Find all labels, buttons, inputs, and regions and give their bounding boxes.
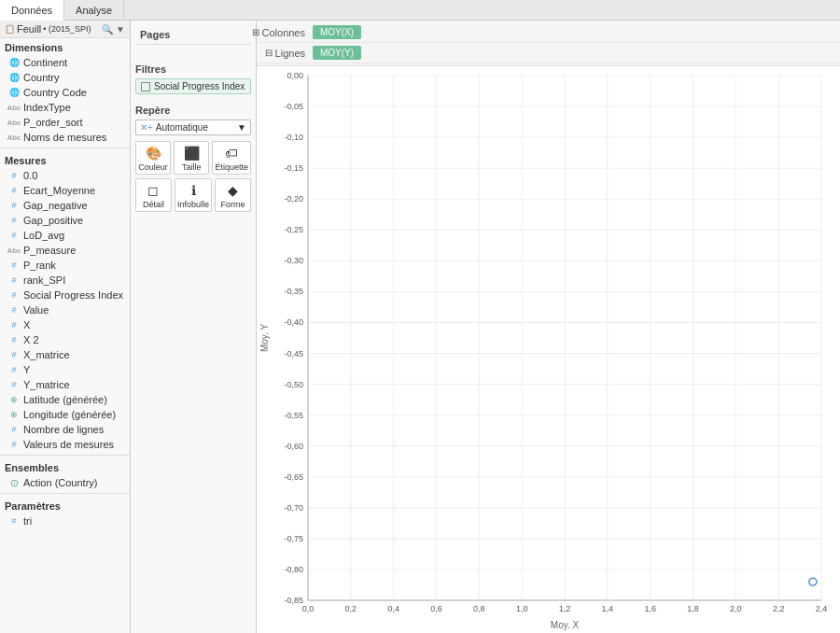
right-area: ⊞ Colonnes MOY(X) ⊟ Lignes MOY(Y) 0,00-0… <box>257 21 840 633</box>
tab-donnees[interactable]: Données <box>0 0 64 21</box>
abc-icon: Abc <box>7 244 21 257</box>
meas-y-matrice[interactable]: #Y_matrice <box>0 377 130 392</box>
svg-text:0,0: 0,0 <box>302 604 315 613</box>
infobulle-label: Infobulle <box>177 200 209 209</box>
hash-icon: # <box>7 199 21 212</box>
tab-analyse[interactable]: Analyse <box>64 0 124 20</box>
svg-text:2,0: 2,0 <box>730 604 742 613</box>
meas-latitude[interactable]: ⊕Latitude (générée) <box>0 392 130 407</box>
pages-label: Pages <box>135 25 251 45</box>
hash-icon: # <box>7 363 21 376</box>
meas-spi[interactable]: #Social Progress Index <box>0 288 130 302</box>
svg-text:-0,85: -0,85 <box>284 596 303 605</box>
dim-country-code[interactable]: 🌐 Country Code <box>0 85 130 100</box>
hash-icon: # <box>7 259 21 272</box>
taille-label: Taille <box>182 162 202 172</box>
hash-icon: # <box>7 348 21 361</box>
svg-text:0,6: 0,6 <box>430 604 442 613</box>
svg-text:2,2: 2,2 <box>773 604 785 613</box>
repere-buttons-row1: 🎨 Couleur ⬛ Taille 🏷 Étiquette <box>135 141 251 175</box>
repere-couleur-btn[interactable]: 🎨 Couleur <box>135 141 171 175</box>
meas-gap-neg[interactable]: #Gap_negative <box>0 198 130 213</box>
meas-x-matrice[interactable]: #X_matrice <box>0 347 130 362</box>
svg-text:-0,65: -0,65 <box>284 472 303 482</box>
hash-icon: # <box>7 438 21 451</box>
svg-text:2,4: 2,4 <box>816 604 828 613</box>
svg-text:0,00: 0,00 <box>287 71 303 80</box>
repere-forme-btn[interactable]: ◆ Forme <box>215 178 251 212</box>
dim-index-type[interactable]: Abc IndexType <box>0 100 130 115</box>
meas-x[interactable]: #X <box>0 317 130 332</box>
hash-icon: # <box>7 378 21 391</box>
shelf-lignes-label: ⊟ Lignes <box>257 48 313 59</box>
svg-text:1,4: 1,4 <box>602 604 614 613</box>
tab-donnees-label: Données <box>11 5 52 16</box>
abc-icon: Abc <box>7 131 21 144</box>
repere-detail-btn[interactable]: ◻ Détail <box>135 178 172 212</box>
dim-index-type-label: IndexType <box>23 102 71 113</box>
taille-icon: ⬛ <box>184 146 200 161</box>
sheet-name: 📋 Feuill • (2015_SPI) <box>5 23 91 35</box>
meas-p-rank[interactable]: #P_rank <box>0 258 130 273</box>
meas-p-measure[interactable]: AbcP_measure <box>0 243 130 258</box>
hash-icon: # <box>7 229 21 242</box>
svg-text:-0,10: -0,10 <box>284 133 303 142</box>
measures-title: Mesures <box>0 151 130 168</box>
repere-dropdown[interactable]: ✕+ Automatique ▼ <box>135 120 251 135</box>
hash-icon: # <box>7 288 21 302</box>
filter-spi-label: Social Progress Index <box>154 81 245 91</box>
meas-valeurs[interactable]: #Valeurs de mesures <box>0 437 130 452</box>
hash-icon: # <box>7 274 21 287</box>
filter-checkbox[interactable] <box>141 82 150 91</box>
shelf-lignes-row: ⊟ Lignes MOY(Y) <box>257 43 840 63</box>
couleur-icon: 🎨 <box>146 146 161 161</box>
dim-noms-mesures[interactable]: Abc Noms de mesures <box>0 130 130 145</box>
repere-etiquette-btn[interactable]: 🏷 Étiquette <box>212 141 251 175</box>
svg-text:Moy. X: Moy. X <box>551 620 580 630</box>
svg-text:-0,25: -0,25 <box>284 225 303 234</box>
meas-rank-spi[interactable]: #rank_SPI <box>0 273 130 288</box>
left-panel-header: 📋 Feuill • (2015_SPI) 🔍 ▼ <box>0 21 130 38</box>
svg-text:1,0: 1,0 <box>516 604 528 613</box>
meas-x2[interactable]: #X 2 <box>0 332 130 347</box>
meas-00[interactable]: #0.0 <box>0 168 130 183</box>
param-tri[interactable]: # tri <box>0 513 130 528</box>
shelf-area: ⊞ Colonnes MOY(X) ⊟ Lignes MOY(Y) <box>257 21 840 66</box>
svg-text:-0,30: -0,30 <box>284 256 303 265</box>
shelf-lignes-value[interactable]: MOY(Y) <box>313 46 361 60</box>
filtres-title: Filtres <box>135 63 251 75</box>
meas-nb-lignes[interactable]: #Nombre de lignes <box>0 422 130 437</box>
svg-text:-0,40: -0,40 <box>284 317 303 327</box>
forme-icon: ◆ <box>228 183 238 198</box>
meas-y[interactable]: #Y <box>0 362 130 377</box>
etiquette-icon: 🏷 <box>225 146 238 161</box>
svg-text:-0,45: -0,45 <box>284 349 303 359</box>
abc-icon: Abc <box>7 101 21 114</box>
couleur-label: Couleur <box>138 162 168 172</box>
svg-text:0,4: 0,4 <box>387 604 399 613</box>
svg-text:0,8: 0,8 <box>473 604 485 613</box>
meas-longitude[interactable]: ⊕Longitude (générée) <box>0 407 130 422</box>
shelf-colonnes-value[interactable]: MOY(X) <box>313 25 361 39</box>
meas-value[interactable]: #Value <box>0 302 130 317</box>
repere-taille-btn[interactable]: ⬛ Taille <box>174 141 209 175</box>
hash-icon: # <box>7 184 21 197</box>
dim-p-order-sort[interactable]: Abc P_order_sort <box>0 115 130 130</box>
shelf-colonnes-row: ⊞ Colonnes MOY(X) <box>257 22 840 43</box>
repere-dropdown-value: Automatique <box>156 122 237 133</box>
meas-ecart[interactable]: #Ecart_Moyenne <box>0 183 130 198</box>
shelf-colonnes-label: ⊞ Colonnes <box>257 27 313 38</box>
panel-controls[interactable]: 🔍 ▼ <box>102 24 125 35</box>
hash-icon: # <box>7 333 21 346</box>
svg-text:-0,15: -0,15 <box>284 163 303 173</box>
repere-infobulle-btn[interactable]: ℹ Infobulle <box>175 178 212 212</box>
meas-lod-avg[interactable]: #LoD_avg <box>0 228 130 243</box>
filter-spi[interactable]: Social Progress Index <box>135 78 251 94</box>
meas-gap-pos[interactable]: #Gap_positive <box>0 213 130 228</box>
ens-action-country[interactable]: ⊙ Action (Country) <box>0 475 130 490</box>
dim-country[interactable]: 🌐 Country <box>0 70 130 85</box>
dim-continent[interactable]: 🌐 Continent <box>0 55 130 70</box>
svg-text:-0,80: -0,80 <box>284 565 303 574</box>
hash-icon: # <box>7 169 21 182</box>
green-icon: ⊕ <box>7 408 21 421</box>
